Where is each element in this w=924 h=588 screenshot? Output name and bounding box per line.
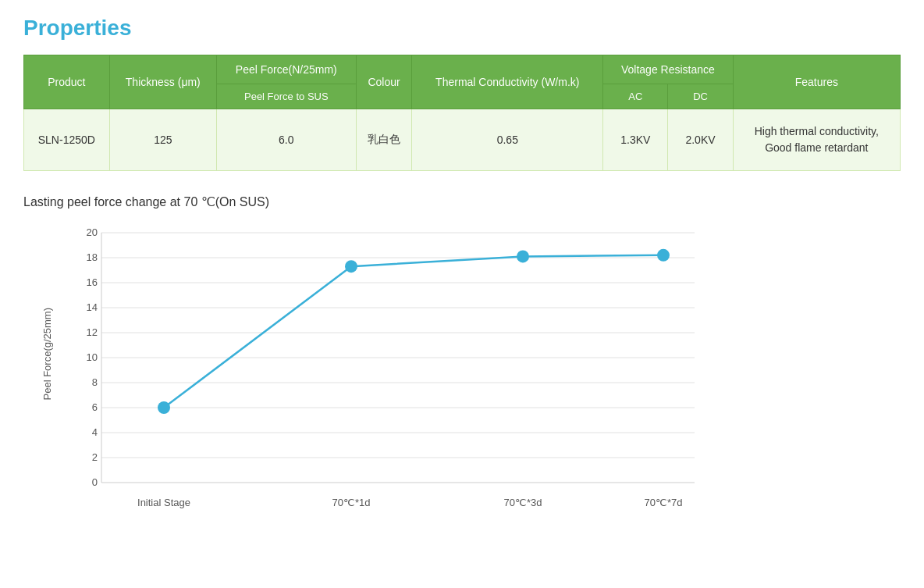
cell-thermal: 0.65: [412, 109, 603, 171]
svg-text:12: 12: [87, 326, 98, 338]
svg-text:16: 16: [87, 276, 98, 288]
svg-text:6: 6: [92, 401, 98, 413]
cell-colour: 乳白色: [356, 109, 412, 171]
col-peel-force-sus: Peel Force to SUS: [216, 84, 356, 109]
cell-peel-force-sus: 6.0: [216, 109, 356, 171]
col-product: Product: [24, 55, 110, 109]
properties-table: Product Thickness (μm) Peel Force(N/25mm…: [23, 55, 901, 171]
svg-text:2: 2: [92, 451, 98, 463]
col-voltage-dc: DC: [668, 84, 733, 109]
svg-text:14: 14: [87, 301, 98, 313]
svg-text:20: 20: [87, 226, 98, 238]
chart-title: Lasting peel force change at 70 ℃(On SUS…: [23, 194, 901, 209]
svg-text:18: 18: [87, 251, 98, 263]
col-voltage-resistance: Voltage Resistance: [603, 55, 733, 84]
svg-text:8: 8: [92, 376, 98, 388]
data-point-3: [657, 249, 670, 262]
col-features: Features: [733, 55, 900, 109]
x-label-3: 70℃*7d: [645, 497, 683, 508]
table-row: SLN-1250D 125 6.0 乳白色 0.65 1.3KV 2.0KV H…: [24, 109, 901, 171]
page-title: Properties: [23, 16, 901, 41]
data-point-0: [158, 401, 170, 414]
x-label-2: 70℃*3d: [504, 497, 542, 508]
svg-text:10: 10: [87, 351, 98, 363]
col-colour: Colour: [356, 55, 412, 109]
x-label-1: 70℃*1d: [332, 497, 371, 508]
svg-text:0: 0: [92, 476, 98, 488]
col-voltage-ac: AC: [603, 84, 668, 109]
y-axis-label: Peel Force(g/25mm): [41, 308, 53, 400]
svg-text:4: 4: [92, 426, 98, 438]
chart-svg: 0 2 4 6 8 10 12 14 16 18 20 Initial Stag…: [70, 225, 710, 514]
cell-voltage-dc: 2.0KV: [668, 109, 733, 171]
data-point-2: [517, 250, 529, 262]
cell-voltage-ac: 1.3KV: [603, 109, 668, 171]
chart-section: Lasting peel force change at 70 ℃(On SUS…: [23, 194, 901, 537]
cell-features: High thermal conductivity,Good flame ret…: [733, 109, 900, 171]
cell-thickness: 125: [109, 109, 216, 171]
col-thermal: Thermal Conductivity (W/m.k): [412, 55, 603, 109]
data-point-1: [345, 260, 357, 273]
x-label-0: Initial Stage: [137, 497, 190, 508]
cell-product: SLN-1250D: [24, 109, 110, 171]
col-thickness: Thickness (μm): [109, 55, 216, 109]
col-peel-force-group: Peel Force(N/25mm): [216, 55, 356, 84]
